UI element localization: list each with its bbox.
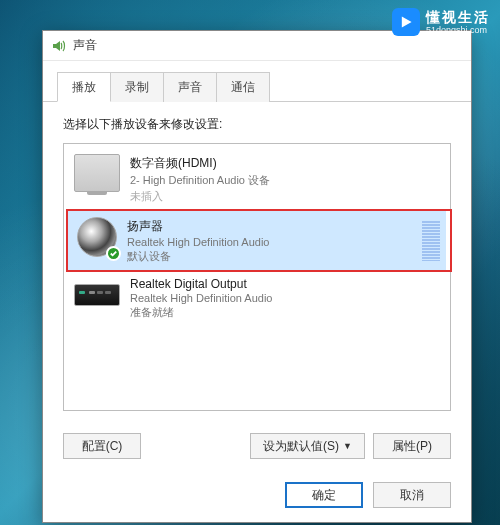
volume-meter — [422, 221, 440, 261]
device-row[interactable]: 扬声器Realtek High Definition Audio默认设备 — [68, 211, 446, 270]
device-desc: 2- High Definition Audio 设备 — [130, 173, 440, 188]
sound-dialog: 声音 播放录制声音通信 选择以下播放设备来修改设置: 数字音频(HDMI)2- … — [42, 30, 472, 523]
device-name: 扬声器 — [127, 218, 412, 235]
device-row[interactable]: 数字音频(HDMI)2- High Definition Audio 设备未插入 — [68, 148, 446, 211]
properties-button[interactable]: 属性(P) — [373, 433, 451, 459]
check-icon — [106, 246, 121, 261]
device-status: 未插入 — [130, 189, 440, 204]
set-default-button[interactable]: 设为默认值(S) ▼ — [250, 433, 365, 459]
watermark-play-icon — [392, 8, 420, 36]
device-desc: Realtek High Definition Audio — [127, 236, 412, 248]
watermark: 懂视生活 51dongshi.com — [392, 8, 490, 36]
speaker-icon — [77, 217, 117, 257]
tab-3[interactable]: 通信 — [216, 72, 270, 102]
device-status: 准备就绪 — [130, 305, 440, 320]
configure-button[interactable]: 配置(C) — [63, 433, 141, 459]
dialog-title: 声音 — [73, 37, 97, 54]
watermark-title: 懂视生活 — [426, 10, 490, 24]
device-status: 默认设备 — [127, 249, 412, 264]
receiver-icon — [74, 284, 120, 306]
device-row[interactable]: Realtek Digital OutputRealtek High Defin… — [68, 270, 446, 326]
device-list[interactable]: 数字音频(HDMI)2- High Definition Audio 设备未插入… — [63, 143, 451, 411]
tab-2[interactable]: 声音 — [163, 72, 217, 102]
chevron-down-icon: ▼ — [343, 441, 352, 451]
watermark-sub: 51dongshi.com — [426, 26, 490, 35]
monitor-icon — [74, 154, 120, 192]
device-name: 数字音频(HDMI) — [130, 155, 440, 172]
instruction-text: 选择以下播放设备来修改设置: — [63, 116, 451, 133]
device-desc: Realtek High Definition Audio — [130, 292, 440, 304]
device-name: Realtek Digital Output — [130, 277, 440, 291]
ok-button[interactable]: 确定 — [285, 482, 363, 508]
speaker-icon — [51, 38, 67, 54]
tab-1[interactable]: 录制 — [110, 72, 164, 102]
cancel-button[interactable]: 取消 — [373, 482, 451, 508]
tab-0[interactable]: 播放 — [57, 72, 111, 102]
tab-bar: 播放录制声音通信 — [43, 61, 471, 102]
